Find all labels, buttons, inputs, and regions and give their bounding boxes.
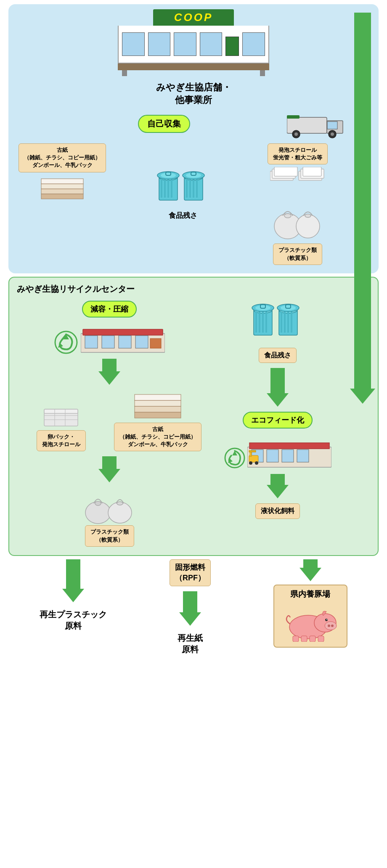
recycled-paper-label: 再生紙 原料 xyxy=(178,632,203,655)
svg-point-98 xyxy=(326,619,327,620)
bottom-outputs-row: 再生プラスチック 原料 固形燃料 （RPF） 再生紙 原料 県内養豚場 xyxy=(8,556,379,659)
svg-rect-67 xyxy=(265,312,267,333)
svg-point-94 xyxy=(325,622,337,630)
svg-point-91 xyxy=(255,461,258,465)
items-area: 古紙 （雑紙、チラシ、コピー用紙） ダンボール、牛乳パック xyxy=(16,143,371,265)
arrow-to-recycled-paper xyxy=(179,591,201,626)
svg-rect-45 xyxy=(119,336,131,348)
svg-rect-89 xyxy=(249,450,256,452)
arrow-ecofeed-to-feed xyxy=(267,474,289,498)
svg-rect-86 xyxy=(297,450,309,462)
svg-rect-24 xyxy=(189,179,191,198)
pig-icon xyxy=(281,600,340,642)
solid-fuel-label: 固形燃料 （RPF） xyxy=(170,559,211,586)
svg-point-61 xyxy=(117,502,123,505)
food-waste-recycle-label: 食品残さ xyxy=(259,348,297,363)
store-window-3 xyxy=(174,32,196,56)
svg-rect-23 xyxy=(186,179,188,198)
store-door xyxy=(225,37,239,56)
store-leg-left xyxy=(122,70,127,76)
svg-rect-35 xyxy=(303,167,321,176)
egg-pack-group: 卵パック・ 発泡スチロール xyxy=(17,401,105,451)
store-window-1 xyxy=(122,32,145,56)
svg-point-95 xyxy=(328,625,330,627)
paper-stack-icon xyxy=(39,175,85,204)
svg-point-97 xyxy=(325,619,328,621)
pig-farm-box: 県内養豚場 xyxy=(273,585,347,648)
svg-rect-64 xyxy=(255,312,257,333)
svg-rect-7 xyxy=(287,115,300,119)
svg-rect-49 xyxy=(44,409,78,413)
recycle-center-title: みやぎ生協リサイクルセンター xyxy=(17,283,370,295)
svg-rect-42 xyxy=(83,329,163,335)
main-container: COOP みやぎ生協店舗・ 他事業所 xyxy=(0,0,387,868)
svg-rect-73 xyxy=(281,312,282,333)
svg-rect-84 xyxy=(267,450,278,462)
svg-rect-65 xyxy=(259,312,260,333)
compress-badge: 減容・圧縮 xyxy=(82,301,137,318)
green-right-column: 食品残さ エコフィード化 xyxy=(210,301,345,547)
recycle-center-content: 減容・圧縮 xyxy=(17,301,370,547)
waste-paper-recycle-label: 古紙 （雑紙、チラシ、コピー用紙） ダンボール、牛乳パック xyxy=(114,423,201,452)
self-collection-row: 自己収集 xyxy=(16,109,371,138)
foam-blocks-icon xyxy=(270,167,325,192)
svg-point-4 xyxy=(294,132,298,136)
svg-rect-100 xyxy=(301,636,307,642)
svg-rect-75 xyxy=(287,312,289,333)
store-area: COOP みやぎ生協店舗・ 他事業所 xyxy=(16,9,371,106)
svg-rect-54 xyxy=(135,412,181,418)
svg-rect-11 xyxy=(41,179,83,184)
svg-rect-16 xyxy=(167,179,169,198)
ecofeed-badge: エコフィード化 xyxy=(243,412,313,429)
recycle-symbol-ecofeed-icon xyxy=(224,447,246,469)
svg-rect-76 xyxy=(291,312,292,333)
plastic-recycle-group: プラスチック類 （軟質系） xyxy=(82,487,137,546)
svg-point-96 xyxy=(331,625,334,627)
svg-rect-32 xyxy=(274,167,297,176)
plastic-bags-recycle-icon xyxy=(82,487,137,525)
svg-rect-26 xyxy=(196,179,198,198)
svg-rect-25 xyxy=(193,179,194,198)
svg-rect-44 xyxy=(102,336,114,348)
svg-rect-99 xyxy=(293,636,299,642)
svg-rect-15 xyxy=(164,179,166,198)
food-waste-label-top: 食品残さ xyxy=(169,211,197,220)
store-window-5 xyxy=(242,32,265,56)
svg-rect-85 xyxy=(282,450,294,462)
svg-rect-17 xyxy=(171,179,172,198)
paper-stack-recycle-icon xyxy=(133,389,183,423)
svg-rect-47 xyxy=(150,339,161,348)
pig-farm-col: 県内養豚場 xyxy=(273,559,347,648)
svg-rect-9 xyxy=(41,189,83,194)
plastic-label-top: プラスチック類 （軟質系） xyxy=(273,243,322,265)
svg-rect-82 xyxy=(249,443,329,449)
pig-farm-label: 県内養豚場 xyxy=(281,589,340,600)
arrow-to-recycled-plastic xyxy=(62,559,84,602)
recycle-symbol-icon xyxy=(54,330,78,355)
trash-cans-recycle-icon xyxy=(250,301,305,343)
store-building xyxy=(118,26,269,64)
store-window-4 xyxy=(200,32,223,56)
plastic-recycle-label: プラスチック類 （軟質系） xyxy=(85,525,134,546)
store-leg-right xyxy=(260,70,265,76)
svg-point-6 xyxy=(331,132,334,136)
svg-rect-56 xyxy=(135,400,181,406)
liquid-feed-label: 液状化飼料 xyxy=(255,503,300,519)
solid-fuel-paper-col: 固形燃料 （RPF） 再生紙 原料 xyxy=(170,559,211,655)
trash-cans-icon xyxy=(156,169,210,206)
foam-label: 発泡スチロール 蛍光管・粗大ごみ等 xyxy=(268,143,328,164)
waste-paper-label: 古紙 （雑紙、チラシ、コピー用紙） ダンボール、牛乳パック xyxy=(19,143,106,172)
coop-sign: COOP xyxy=(153,9,234,26)
svg-point-38 xyxy=(296,214,320,238)
ecofeed-building-row xyxy=(224,435,331,469)
svg-rect-0 xyxy=(287,117,327,133)
store-legs xyxy=(118,70,269,76)
svg-rect-66 xyxy=(262,312,264,333)
store-base xyxy=(118,64,269,70)
truck-icon xyxy=(287,109,346,138)
blue-section: COOP みやぎ生協店舗・ 他事業所 xyxy=(8,4,379,273)
food-waste-group: 食品残さ xyxy=(149,169,217,220)
coop-label: COOP xyxy=(174,11,213,24)
compress-items-row: 卵パック・ 発泡スチロール 古紙 （雑紙、チラシ、コピー用紙） ダンボール、牛乳… xyxy=(17,389,202,452)
foam-plastic-group: 発泡スチロール 蛍光管・粗大ごみ等 xyxy=(257,143,342,265)
